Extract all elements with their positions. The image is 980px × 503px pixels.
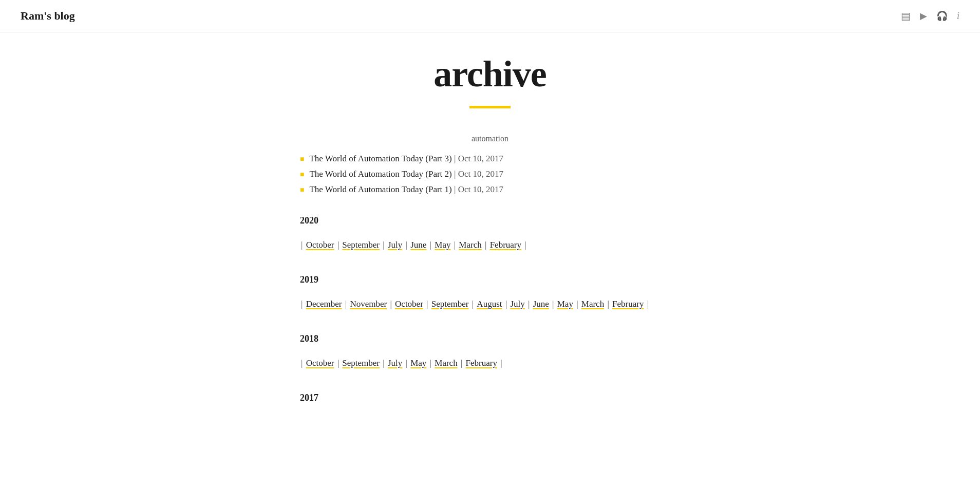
separator: |	[472, 299, 476, 309]
year-section: 2017	[300, 393, 680, 403]
month-link-may[interactable]: May	[410, 358, 426, 368]
separator: |	[337, 358, 342, 368]
month-link-february[interactable]: February	[490, 240, 521, 250]
year-section: 2018| October | September | July | May |…	[300, 333, 680, 372]
post-list: ■ The World of Automation Today (Part 3)…	[300, 154, 680, 195]
year-section: 2019| December | November | October | Se…	[300, 274, 680, 313]
separator: |	[406, 240, 410, 250]
post-entry: The World of Automation Today (Part 3) |…	[309, 154, 503, 164]
separator: |	[430, 240, 434, 250]
month-link-june[interactable]: June	[533, 299, 549, 309]
month-link-august[interactable]: August	[477, 299, 502, 309]
month-link-december[interactable]: December	[306, 299, 342, 309]
card-icon[interactable]: ▤	[901, 10, 911, 22]
separator: |	[345, 299, 349, 309]
separator: |	[505, 299, 510, 309]
post-link[interactable]: The World of Automation Today (Part 3)	[309, 154, 451, 163]
separator: |	[528, 299, 532, 309]
month-link-july[interactable]: July	[510, 299, 524, 309]
bullet-icon: ■	[300, 186, 304, 194]
site-title[interactable]: Ram's blog	[21, 9, 75, 23]
year-heading: 2020	[300, 215, 680, 226]
year-sections: 2020| October | September | July | June …	[300, 215, 680, 403]
month-link-february[interactable]: February	[612, 299, 644, 309]
year-heading: 2018	[300, 333, 680, 344]
month-link-september[interactable]: September	[342, 240, 380, 250]
separator: |	[461, 358, 465, 368]
month-link-september[interactable]: September	[431, 299, 469, 309]
info-icon[interactable]: i	[957, 11, 959, 22]
month-link-october[interactable]: October	[306, 240, 334, 250]
separator: |	[383, 240, 387, 250]
post-date: | Oct 10, 2017	[454, 154, 503, 163]
month-link-march[interactable]: March	[459, 240, 481, 250]
separator: |	[406, 358, 410, 368]
youtube-icon[interactable]: ▶	[920, 10, 927, 22]
main-content: archive automation ■ The World of Automa…	[290, 32, 690, 465]
separator: |	[426, 299, 430, 309]
category-label: automation	[300, 134, 680, 143]
month-link-october[interactable]: October	[306, 358, 334, 368]
month-link-july[interactable]: July	[388, 358, 402, 368]
month-link-march[interactable]: March	[435, 358, 457, 368]
bullet-icon: ■	[300, 155, 304, 163]
post-date: | Oct 10, 2017	[454, 169, 503, 179]
page-title: archive	[300, 53, 680, 96]
month-link-june[interactable]: June	[410, 240, 426, 250]
month-link-february[interactable]: February	[466, 358, 497, 368]
year-section: 2020| October | September | July | June …	[300, 215, 680, 254]
separator: |	[301, 240, 305, 250]
separator: |	[430, 358, 434, 368]
headphones-icon[interactable]: 🎧	[936, 10, 948, 22]
list-item: ■ The World of Automation Today (Part 1)…	[300, 184, 680, 195]
title-underline	[469, 106, 511, 108]
separator: |	[647, 299, 649, 309]
separator: |	[552, 299, 556, 309]
list-item: ■ The World of Automation Today (Part 2)…	[300, 169, 680, 179]
separator: |	[301, 358, 305, 368]
separator: |	[390, 299, 394, 309]
month-link-october[interactable]: October	[395, 299, 423, 309]
month-links: | December | November | October | Septem…	[300, 295, 680, 313]
separator: |	[524, 240, 526, 250]
separator: |	[607, 299, 611, 309]
month-link-july[interactable]: July	[388, 240, 402, 250]
month-links: | October | September | July | May | Mar…	[300, 355, 680, 372]
month-link-november[interactable]: November	[350, 299, 387, 309]
post-entry: The World of Automation Today (Part 2) |…	[309, 169, 503, 179]
separator: |	[383, 358, 387, 368]
separator: |	[337, 240, 342, 250]
separator: |	[454, 240, 458, 250]
site-header: Ram's blog ▤ ▶ 🎧 i	[0, 0, 980, 32]
month-link-march[interactable]: March	[581, 299, 604, 309]
nav-icons: ▤ ▶ 🎧 i	[901, 10, 959, 22]
year-heading: 2017	[300, 393, 680, 403]
month-link-may[interactable]: May	[557, 299, 573, 309]
bullet-icon: ■	[300, 171, 304, 179]
month-links: | October | September | July | June | Ma…	[300, 236, 680, 254]
separator: |	[576, 299, 580, 309]
year-heading: 2019	[300, 274, 680, 285]
separator: |	[485, 240, 489, 250]
post-entry: The World of Automation Today (Part 1) |…	[309, 184, 503, 195]
month-link-september[interactable]: September	[342, 358, 380, 368]
post-date: | Oct 10, 2017	[454, 184, 503, 194]
month-link-may[interactable]: May	[435, 240, 450, 250]
list-item: ■ The World of Automation Today (Part 3)…	[300, 154, 680, 164]
post-link[interactable]: The World of Automation Today (Part 2)	[309, 169, 451, 179]
post-link[interactable]: The World of Automation Today (Part 1)	[309, 184, 451, 194]
separator: |	[500, 358, 502, 368]
separator: |	[301, 299, 305, 309]
